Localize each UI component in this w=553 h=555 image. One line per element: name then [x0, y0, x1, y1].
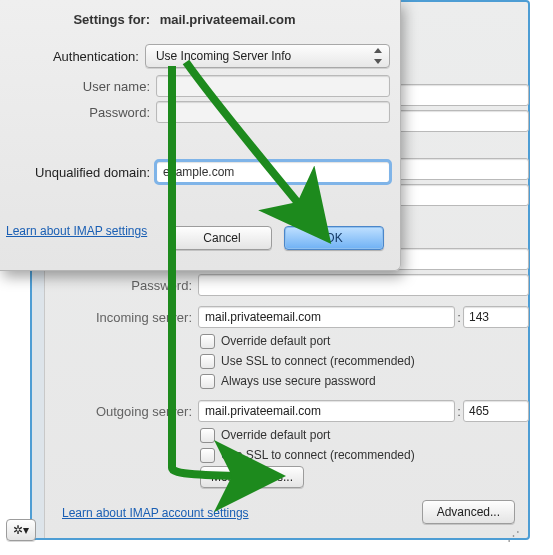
- ssl-label: Use SSL to connect (recommended): [221, 354, 415, 368]
- ok-button-label: OK: [325, 231, 342, 245]
- outgoing-server-label: Outgoing server:: [44, 404, 198, 419]
- ssl-checkbox-outgoing[interactable]: [200, 448, 215, 463]
- ssl-checkbox-incoming[interactable]: [200, 354, 215, 369]
- learn-imap-account-link[interactable]: Learn about IMAP account settings: [62, 506, 249, 520]
- outgoing-server-field[interactable]: mail.privateemail.com: [198, 400, 455, 422]
- resize-grip-icon[interactable]: ⋰: [507, 529, 520, 542]
- outgoing-server-value: mail.privateemail.com: [205, 404, 321, 418]
- unqualified-domain-label: Unqualified domain:: [0, 165, 156, 180]
- unqualified-domain-value: example.com: [163, 165, 234, 179]
- incoming-port-field[interactable]: 143: [463, 306, 529, 328]
- override-port-checkbox-outgoing[interactable]: [200, 428, 215, 443]
- incoming-port-value: 143: [469, 310, 489, 324]
- port-separator: :: [455, 310, 463, 325]
- sheet-password-label: Password:: [0, 105, 156, 120]
- secure-password-checkbox[interactable]: [200, 374, 215, 389]
- password-field[interactable]: [198, 274, 529, 296]
- incoming-server-field[interactable]: mail.privateemail.com: [198, 306, 455, 328]
- gear-popup-control[interactable]: ✲▾: [6, 519, 36, 541]
- advanced-button[interactable]: Advanced...: [422, 500, 515, 524]
- updown-arrows-icon: [373, 48, 383, 64]
- cancel-button[interactable]: Cancel: [172, 226, 272, 250]
- sheet-username-field[interactable]: [156, 75, 390, 97]
- incoming-server-value: mail.privateemail.com: [205, 310, 321, 324]
- incoming-server-label: Incoming server:: [44, 310, 198, 325]
- learn-imap-settings-link[interactable]: Learn about IMAP settings: [6, 224, 147, 238]
- more-options-button[interactable]: More Options...: [200, 466, 304, 488]
- outgoing-port-field[interactable]: 465: [463, 400, 529, 422]
- sheet-title-server: mail.privateemail.com: [160, 12, 296, 27]
- sheet-username-label: User name:: [0, 79, 156, 94]
- override-port-label: Override default port: [221, 334, 330, 348]
- gear-icon: ✲▾: [13, 523, 29, 537]
- password-label: Password:: [44, 278, 198, 293]
- more-options-container: More Options...: [200, 466, 304, 488]
- sheet-title-prefix: Settings for:: [0, 12, 156, 27]
- authentication-label: Authentication:: [0, 49, 145, 64]
- port-separator: :: [455, 404, 463, 419]
- authentication-popup[interactable]: Use Incoming Server Info: [145, 44, 390, 68]
- outgoing-port-value: 465: [469, 404, 489, 418]
- more-options-label: More Options...: [211, 470, 293, 484]
- authentication-value: Use Incoming Server Info: [156, 49, 291, 63]
- unqualified-domain-field[interactable]: example.com: [156, 161, 390, 183]
- sheet-title: Settings for: mail.privateemail.com: [0, 12, 400, 27]
- override-port-checkbox-incoming[interactable]: [200, 334, 215, 349]
- smtp-settings-sheet: Settings for: mail.privateemail.com Auth…: [0, 0, 401, 271]
- secure-password-label: Always use secure password: [221, 374, 376, 388]
- advanced-button-label: Advanced...: [437, 505, 500, 519]
- sheet-password-field[interactable]: [156, 101, 390, 123]
- cancel-button-label: Cancel: [203, 231, 240, 245]
- ssl-label: Use SSL to connect (recommended): [221, 448, 415, 462]
- ok-button[interactable]: OK: [284, 226, 384, 250]
- override-port-label: Override default port: [221, 428, 330, 442]
